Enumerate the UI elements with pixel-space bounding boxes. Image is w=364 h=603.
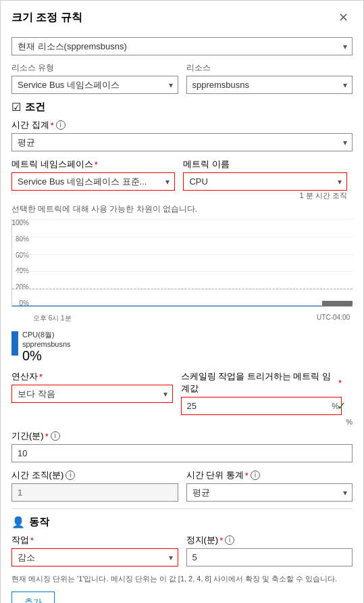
- operator-label: 연산자: [11, 370, 38, 383]
- grid-line-80: [12, 237, 353, 237]
- cooldown-required: *: [219, 535, 223, 546]
- duration-field: 기간(분) * i: [11, 430, 353, 462]
- metric-name-col: 메트릭 이름 CPU 1 분 시간 조직: [183, 158, 346, 201]
- cooldown-info: i: [225, 535, 234, 545]
- chart-data-blip: [322, 301, 353, 306]
- resource-type-col: 리소스 유형 Service Bus 네임스페이스: [11, 62, 178, 94]
- grid-line-40: [12, 271, 353, 272]
- time-grain-label: 시간 조직(분): [11, 469, 63, 481]
- time-aggregate-select-wrapper[interactable]: 평균: [11, 133, 353, 151]
- condition-section-header: ☑ 조건: [11, 101, 353, 114]
- resource-select[interactable]: sppremsbusns: [186, 76, 353, 94]
- threshold-check-icon: ✓: [337, 400, 346, 412]
- time-aggregate-label-row: 시간 집계 * i: [11, 119, 353, 131]
- chart-legend: CPU(8월) sppremsbusns 0%: [11, 330, 353, 364]
- operator-select-wrapper[interactable]: 보다 작음: [11, 385, 173, 403]
- metric-row: 메트릭 네임스페이스 * Service Bus 네임스페이스 표준... 메트…: [11, 158, 353, 201]
- duration-info: i: [51, 431, 60, 441]
- current-resource-select-wrapper[interactable]: 현재 리소스(sppremsbusns): [11, 37, 353, 55]
- operator-col: 연산자 * 보다 작음: [11, 370, 173, 415]
- legend-text: CPU(8월) sppremsbusns 0%: [22, 330, 71, 364]
- action-icon: 👤: [11, 516, 25, 529]
- action-title: 동작: [29, 516, 49, 529]
- time-agg-col: 시간 단위 통계 * i 평균: [186, 469, 353, 502]
- chart-baseline: [12, 306, 322, 306]
- resource-type-row: 리소스 유형 Service Bus 네임스페이스 리소스 sppremsbus…: [11, 62, 353, 94]
- threshold-input[interactable]: [181, 397, 342, 415]
- time-grain-input: [11, 483, 178, 502]
- operator-select[interactable]: 보다 작음: [11, 385, 173, 403]
- resource-type-select-wrapper[interactable]: Service Bus 네임스페이스: [11, 76, 178, 94]
- condition-icon: ☑: [11, 101, 21, 114]
- duration-label: 기간(분): [11, 430, 44, 442]
- resource-select-wrapper[interactable]: sppremsbusns: [186, 76, 353, 94]
- time-aggregate-select[interactable]: 평균: [11, 133, 353, 151]
- metric-name-select[interactable]: CPU: [183, 172, 346, 191]
- modal-header: 크기 조정 규칙 ✕: [1, 1, 363, 32]
- time-agg-info: i: [251, 471, 260, 480]
- legend-color-bar: [11, 331, 18, 356]
- divider: [11, 508, 353, 509]
- modal-title: 크기 조정 규칙: [11, 11, 82, 25]
- metric-ns-label: 메트릭 네임스페이스: [11, 158, 93, 170]
- add-button[interactable]: 추가: [11, 592, 55, 604]
- chart-with-axis: 100% 80% 60% 40% 20% 0%: [11, 219, 353, 314]
- operator-label-row: 연산자 *: [11, 370, 173, 383]
- resource-type-select[interactable]: Service Bus 네임스페이스: [11, 76, 178, 94]
- metric-name-label: 메트릭 이름: [183, 158, 230, 170]
- operation-select-wrapper[interactable]: 감소: [11, 548, 178, 566]
- operation-select[interactable]: 감소: [11, 548, 178, 566]
- legend-sub: sppremsbusns: [22, 340, 71, 348]
- condition-title: 조건: [25, 101, 45, 114]
- no-dimension-text: 선택한 메트릭에 대해 사용 가능한 차원이 없습니다.: [11, 203, 353, 215]
- threshold-dashed-line: [12, 289, 353, 289]
- time-agg-required: *: [245, 471, 249, 481]
- note-text: 현재 메시징 단위는 '1'입니다. 메시징 단위는 이 값 [1, 2, 4,…: [11, 573, 353, 585]
- time-agg-select-wrapper[interactable]: 평균: [186, 483, 353, 502]
- metric-ns-label-row: 메트릭 네임스페이스 *: [11, 158, 175, 170]
- operation-required: *: [30, 535, 34, 546]
- operation-label: 작업: [11, 534, 29, 546]
- resource-label: 리소스: [186, 62, 353, 74]
- time-agg-label-row: 시간 단위 통계 * i: [186, 469, 353, 481]
- resource-col: 리소스 sppremsbusns: [186, 62, 353, 94]
- metric-name-select-wrapper[interactable]: CPU: [183, 172, 346, 191]
- action-section-header: 👤 동작: [11, 516, 353, 529]
- operation-label-row: 작업 *: [11, 534, 178, 546]
- time-agg-select[interactable]: 평균: [186, 483, 353, 502]
- resource-type-label: 리소스 유형: [11, 62, 178, 74]
- x-label-time: 오후 6시 1분: [33, 314, 72, 323]
- cooldown-input[interactable]: [186, 548, 353, 566]
- time-grain-label-row: 시간 조직(분) i: [11, 469, 178, 481]
- time-aggregate-label: 시간 집계: [11, 119, 49, 131]
- utc-label: UTC-04:00: [317, 314, 350, 323]
- metric-name-label-row: 메트릭 이름: [183, 158, 346, 170]
- threshold-required: *: [338, 378, 342, 388]
- chart-plot: [11, 219, 353, 307]
- threshold-col: 스케일링 작업을 트리거하는 메트릭 임계값 * % ✓: [181, 370, 353, 415]
- metric-ns-select[interactable]: Service Bus 네임스페이스 표준...: [11, 172, 175, 191]
- threshold-label-row: 스케일링 작업을 트리거하는 메트릭 임계값 *: [181, 370, 342, 395]
- time-grain-col: 시간 조직(분) i: [11, 469, 178, 502]
- current-resource-field: 현재 리소스(sppremsbusns): [11, 37, 353, 55]
- metric-ns-col: 메트릭 네임스페이스 * Service Bus 네임스페이스 표준...: [11, 158, 175, 201]
- time-grain-text: 1 분 시간 조직: [183, 191, 346, 201]
- time-aggregate-required: *: [51, 120, 54, 130]
- time-grain-agg-row: 시간 조직(분) i 시간 단위 통계 * i 평균: [11, 469, 353, 502]
- close-button[interactable]: ✕: [334, 9, 353, 26]
- modal-body: 현재 리소스(sppremsbusns) 리소스 유형 Service Bus …: [1, 32, 363, 603]
- time-aggregate-info: i: [56, 120, 66, 130]
- operator-threshold-row: 연산자 * 보다 작음 스케일링 작업을 트리거하는 메트릭 임계값 * %: [11, 370, 353, 415]
- cooldown-label-row: 정지(분) * i: [186, 534, 353, 546]
- operation-col: 작업 * 감소: [11, 534, 178, 566]
- grid-line-60: [12, 254, 353, 255]
- grid-line-100: [12, 219, 353, 220]
- operator-required: *: [39, 372, 43, 382]
- threshold-input-wrapper: % ✓: [181, 397, 342, 415]
- duration-input[interactable]: [11, 444, 353, 462]
- chart-area: 100% 80% 60% 40% 20% 0%: [11, 219, 353, 327]
- operation-cooldown-row: 작업 * 감소 정지(분) * i: [11, 534, 353, 566]
- threshold-unit-label: %: [11, 418, 353, 426]
- current-resource-select[interactable]: 현재 리소스(sppremsbusns): [11, 37, 353, 55]
- metric-ns-select-wrapper[interactable]: Service Bus 네임스페이스 표준...: [11, 172, 175, 191]
